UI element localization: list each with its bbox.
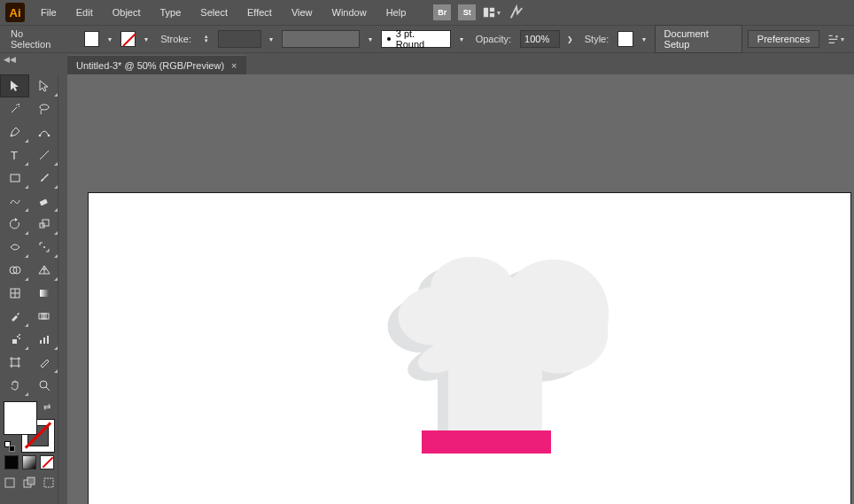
menu-type[interactable]: Type <box>151 4 190 21</box>
svg-rect-1 <box>490 8 494 12</box>
style-label: Style: <box>581 34 613 44</box>
svg-line-32 <box>46 387 50 391</box>
stroke-swatch-caret[interactable]: ▾ <box>141 31 151 47</box>
canvas-area[interactable] <box>67 74 854 504</box>
swap-fill-stroke-icon[interactable]: ⇄ <box>43 402 54 413</box>
preferences-button[interactable]: Preferences <box>748 30 819 48</box>
brush-definition-label: 3 pt. Round <box>396 28 445 50</box>
menu-file[interactable]: File <box>32 4 66 21</box>
draw-behind[interactable] <box>21 475 37 491</box>
menu-view[interactable]: View <box>283 4 322 21</box>
style-caret[interactable]: ▾ <box>639 31 649 47</box>
color-mode-none[interactable] <box>40 455 54 469</box>
chevron-down-icon: ▾ <box>497 9 501 17</box>
tool-shape-builder[interactable] <box>0 259 29 282</box>
align-to-button[interactable]: ▾ <box>827 31 844 47</box>
color-mode-gradient[interactable] <box>22 455 36 469</box>
svg-rect-12 <box>39 198 47 205</box>
tool-selection[interactable] <box>0 74 29 97</box>
stroke-swatch[interactable] <box>120 31 136 47</box>
brush-dot-icon <box>387 37 391 41</box>
menu-effect[interactable]: Effect <box>238 4 281 21</box>
tool-blend[interactable] <box>29 305 58 328</box>
svg-point-25 <box>19 334 20 336</box>
tool-eraser[interactable] <box>29 190 58 213</box>
menu-edit[interactable]: Edit <box>67 4 102 21</box>
tool-shaper[interactable] <box>0 190 29 213</box>
control-bar: No Selection ▾ ▾ Stroke: ▲▼ ▾ ▾ 3 pt. Ro… <box>0 25 854 53</box>
toolbox-collapse-handle[interactable]: ◀◀ <box>4 55 16 64</box>
opacity-field[interactable]: 100% <box>520 30 560 48</box>
tool-hand[interactable] <box>0 374 29 397</box>
tool-line[interactable] <box>29 143 58 167</box>
svg-rect-33 <box>5 478 14 487</box>
tool-free-transform[interactable] <box>29 236 58 259</box>
tool-gradient[interactable] <box>29 282 58 305</box>
tool-curvature[interactable] <box>29 120 58 143</box>
tool-artboard[interactable] <box>0 351 29 374</box>
svg-point-26 <box>19 337 20 339</box>
tool-lasso[interactable] <box>29 97 58 120</box>
svg-rect-19 <box>40 290 49 297</box>
tool-perspective[interactable] <box>29 259 58 282</box>
stroke-weight-caret[interactable]: ▾ <box>267 31 277 47</box>
tool-type[interactable]: T <box>0 143 29 167</box>
color-mode-solid[interactable] <box>4 455 19 469</box>
gpu-performance-button[interactable] <box>508 4 525 20</box>
tool-magic-wand[interactable] <box>0 97 29 120</box>
menu-bar: Ai File Edit Object Type Select Effect V… <box>0 0 854 25</box>
color-mode-row <box>0 455 58 469</box>
menu-select[interactable]: Select <box>191 4 237 21</box>
tool-width[interactable] <box>0 236 29 259</box>
arrange-documents-button[interactable]: ▾ <box>483 4 501 20</box>
fill-box[interactable] <box>4 402 36 434</box>
svg-point-6 <box>11 135 12 136</box>
tool-column-graph[interactable] <box>29 328 58 351</box>
tool-paintbrush[interactable] <box>29 167 58 190</box>
default-fill-stroke-icon[interactable] <box>4 441 15 452</box>
chevron-down-icon: ▾ <box>841 35 844 43</box>
artboard[interactable] <box>89 193 850 504</box>
selection-status: No Selection <box>7 28 68 50</box>
opacity-caret[interactable]: ❯ <box>565 31 576 47</box>
svg-rect-23 <box>12 339 17 344</box>
svg-rect-0 <box>484 8 488 18</box>
svg-point-5 <box>40 105 49 110</box>
tool-eyedropper[interactable] <box>0 305 29 328</box>
tool-symbol-sprayer[interactable] <box>0 328 29 351</box>
svg-point-4 <box>18 104 19 105</box>
stroke-weight-field[interactable] <box>218 30 261 48</box>
app-icon: Ai <box>5 3 25 22</box>
draw-normal[interactable] <box>2 475 18 491</box>
tool-pen[interactable] <box>0 120 29 143</box>
tool-rotate[interactable] <box>0 213 29 236</box>
fill-swatch-caret[interactable]: ▾ <box>105 31 115 47</box>
svg-rect-2 <box>490 13 494 17</box>
opacity-label: Opacity: <box>472 34 515 44</box>
menu-object[interactable]: Object <box>104 4 150 21</box>
stroke-weight-stepper[interactable]: ▲▼ <box>200 31 213 47</box>
svg-rect-30 <box>12 359 19 366</box>
draw-inside[interactable] <box>41 475 57 491</box>
fill-swatch[interactable] <box>84 31 100 47</box>
menu-window[interactable]: Window <box>323 4 376 21</box>
variable-width-caret[interactable]: ▾ <box>365 31 376 47</box>
close-icon[interactable]: × <box>231 60 237 71</box>
brush-definition-field[interactable]: 3 pt. Round <box>381 30 451 48</box>
document-tab[interactable]: Untitled-3* @ 50% (RGB/Preview) × <box>67 55 246 74</box>
bridge-button[interactable]: Br <box>433 4 451 20</box>
tool-scale[interactable] <box>29 213 58 236</box>
document-setup-button[interactable]: Document Setup <box>655 25 742 53</box>
tool-direct-selection[interactable] <box>29 74 58 97</box>
menu-help[interactable]: Help <box>377 4 415 21</box>
style-swatch[interactable] <box>617 31 633 47</box>
tool-rectangle[interactable] <box>0 167 29 190</box>
tool-mesh[interactable] <box>0 282 29 305</box>
variable-width-profile[interactable] <box>282 30 360 48</box>
stock-button[interactable]: St <box>458 4 476 20</box>
tool-zoom[interactable] <box>29 374 58 397</box>
tool-slice[interactable] <box>29 351 58 374</box>
brush-definition-caret[interactable]: ▾ <box>456 31 467 47</box>
fill-stroke-control: ⇄ <box>4 402 54 452</box>
document-tab-strip: Untitled-3* @ 50% (RGB/Preview) × <box>0 53 854 74</box>
